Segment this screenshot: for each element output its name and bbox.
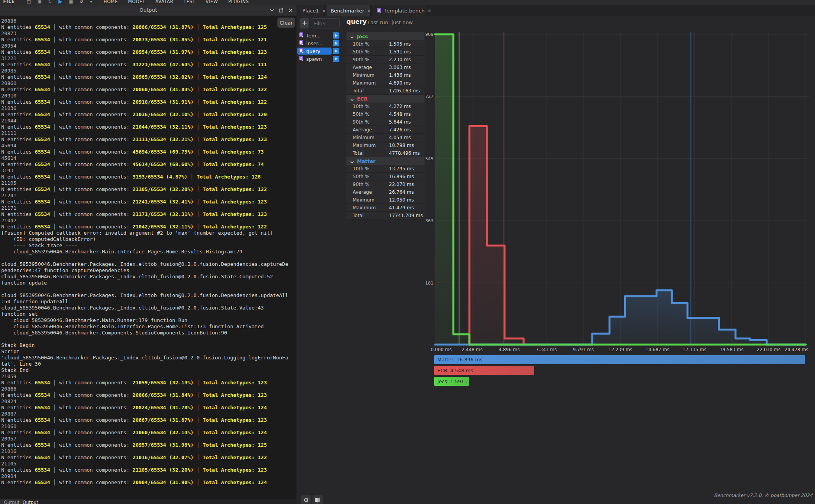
pop-out-icon[interactable] — [279, 7, 284, 14]
stat-label: 50th % — [353, 174, 369, 179]
console-line: 20860 — [1, 80, 297, 87]
run-benchmark-button[interactable] — [333, 48, 339, 54]
console-text: 65534 — [35, 224, 50, 230]
stats-row: 90th %5.644 ms — [346, 118, 424, 126]
console-text: Total Archetypes: 123 — [203, 380, 267, 386]
menu-home[interactable]: HOME — [103, 0, 118, 5]
clear-button[interactable]: Clear — [277, 18, 295, 28]
console-line: 21241 — [1, 193, 297, 199]
console-text: │ — [50, 87, 59, 92]
console-line: N entities 65534 │ with common component… — [1, 87, 297, 93]
settings-button[interactable]: ⚙ — [301, 495, 311, 504]
script-icon — [299, 40, 304, 46]
stat-value: 10.798 ms — [389, 143, 414, 148]
sidebar-item-inser[interactable]: inser... — [297, 40, 332, 47]
console-text: │ — [50, 49, 59, 55]
console-line: 21042 — [1, 218, 297, 224]
stats-section-header-ecr[interactable]: ECR — [346, 95, 424, 103]
legend-ecr: ECR: 4.548 ms — [434, 366, 534, 375]
legend-jecs: Jecs: 1.591… — [434, 377, 469, 386]
output-panel-titlebar[interactable]: Output — [0, 5, 297, 16]
redo-icon[interactable]: ↻ — [48, 0, 51, 5]
console-line: 20954 — [1, 43, 297, 49]
console-text: │ — [194, 74, 202, 80]
sidebar-item-spawn[interactable]: spawn — [297, 55, 332, 62]
stats-row: Minimum1.436 ms — [346, 71, 424, 79]
stat-label: Average — [353, 127, 372, 133]
play-icon[interactable]: ▶ — [59, 0, 62, 5]
console-text: │ — [50, 186, 59, 192]
console-line: N entities 65534 │ with common component… — [1, 62, 297, 68]
menu-view[interactable]: VIEW — [206, 0, 218, 5]
console-text: Total Archetypes: 123 — [203, 136, 267, 142]
last-run-label: Last run: just now — [368, 19, 413, 25]
console-text: Total Archetypes: 123 — [203, 199, 267, 205]
console-text: 65534 — [35, 430, 50, 435]
console-line: cloud_5853950046.Benchmarker.Main.Runner… — [1, 317, 297, 324]
caret-down-icon[interactable]: ▾ — [90, 0, 92, 5]
menu-test[interactable]: TEST — [183, 0, 195, 5]
stat-label: Average — [353, 65, 372, 70]
run-benchmark-button[interactable] — [333, 56, 339, 62]
menu-file[interactable]: FILE — [3, 0, 14, 5]
console-text: with common components: — [59, 224, 133, 230]
chevron-down-icon — [350, 95, 354, 103]
y-axis-tick: 727 — [425, 94, 433, 99]
console-text: │ — [194, 186, 202, 192]
stats-section-header-matter[interactable]: Matter — [346, 157, 424, 165]
console-text: 65534 — [35, 87, 50, 92]
console-text: 3193/65534 (4.87%) — [133, 174, 188, 180]
tab-template-bench[interactable]: Template.bench× — [373, 5, 426, 16]
console-text: │ — [50, 392, 59, 398]
close-icon[interactable]: × — [322, 8, 326, 14]
menu-plugins[interactable]: PLUGINS — [228, 0, 249, 5]
run-benchmark-button[interactable] — [333, 40, 339, 46]
tab-benchmarker[interactable]: Benchmarker× — [327, 5, 371, 16]
console-text: N entities — [1, 49, 35, 55]
sidebar-item-query[interactable]: query — [297, 48, 332, 55]
console-text: N entities — [1, 24, 35, 30]
console-line: 20873 — [1, 30, 297, 37]
sidebar-item-Tem[interactable]: Tem... — [297, 32, 332, 39]
console-text: │ — [194, 211, 202, 217]
stats-row: Minimum12.050 ms — [346, 196, 424, 204]
run-benchmark-button[interactable] — [333, 32, 339, 39]
column-divider — [386, 149, 386, 157]
menu-model[interactable]: MODEL — [128, 0, 145, 5]
y-axis-tick: 909 — [425, 32, 433, 37]
console-text: 21105/65534 (32.20%) — [133, 467, 194, 473]
console-text: 65534 — [35, 161, 50, 167]
console-text: │ — [194, 24, 202, 30]
docked-tab-1[interactable]: Output — [19, 499, 42, 504]
column-divider — [386, 204, 386, 211]
clipboard-icon[interactable]: □ — [27, 0, 30, 5]
console-text: Total Archetypes: 120 — [203, 111, 267, 117]
stop-icon[interactable]: ■ — [69, 0, 73, 5]
console-line: 21105 — [1, 180, 297, 186]
undo-icon[interactable]: ↺ — [80, 0, 83, 5]
console-text: │ — [194, 37, 202, 42]
console-text: │ — [50, 454, 59, 460]
console-line: 20824 — [1, 398, 297, 405]
x-axis-tick: 19.583 ms — [720, 347, 744, 352]
stat-label: Total — [353, 88, 364, 94]
console-text: N entities — [1, 380, 35, 386]
add-benchmark-button[interactable]: + — [300, 18, 309, 28]
menu-avatar[interactable]: AVATAR — [155, 0, 173, 5]
close-icon[interactable]: × — [427, 8, 431, 14]
close-icon[interactable]: × — [367, 8, 371, 14]
chevron-down-icon[interactable] — [269, 7, 275, 14]
x-axis-tick: 4.896 ms — [499, 347, 520, 352]
console-text: N entities — [1, 199, 35, 205]
close-icon[interactable] — [288, 7, 293, 14]
console-text: 31221/65534 (47.64%) — [133, 62, 194, 67]
publish-icon[interactable]: ▣ — [37, 0, 41, 5]
docs-button[interactable] — [313, 495, 323, 504]
filter-input[interactable] — [311, 18, 340, 28]
column-divider — [386, 87, 386, 94]
console-line: cloud_5853950046.Benchmarker.Main.Interf… — [1, 249, 297, 255]
stats-row: Total1726.163 ms — [346, 87, 424, 95]
stats-section-header-jecs[interactable]: Jecs — [346, 32, 424, 40]
tab-place1[interactable]: Place1× — [298, 5, 325, 16]
console-text: 65534 — [35, 37, 50, 42]
